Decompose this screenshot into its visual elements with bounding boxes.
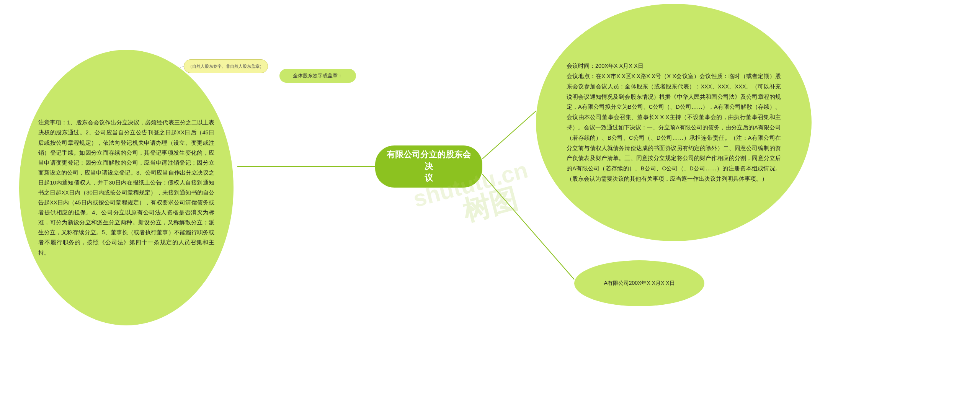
right-label-bubble: 全体股东签字或盖章： — [279, 69, 356, 83]
left-bubble-text: 注意事项：1、股东会会议作出分立决议，必须经代表三分之二以上表决权的股东通过。2… — [19, 50, 234, 325]
right-top-bubble-text: 会议时间：200X年X X月X X日 会议地点：在X X市X X区X X路X X… — [536, 4, 812, 241]
right-bottom-bubble-text: A有限公司200X年X X月X X日 — [574, 260, 704, 306]
center-node-label: 有限公司分立的股东会决 议 — [383, 149, 475, 184]
top-label-bubble: （自然人股东签字、非自然人股东盖章） — [184, 59, 268, 73]
svg-line-1 — [482, 111, 536, 159]
center-node: 有限公司分立的股东会决 议 — [375, 145, 482, 188]
watermark: 树图 — [459, 180, 521, 230]
